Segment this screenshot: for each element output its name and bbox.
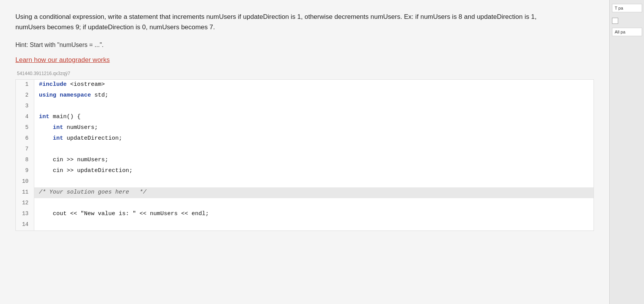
code-content-9[interactable]: cin >> updateDirection; xyxy=(34,166,594,177)
line-number-13: 13 xyxy=(16,209,34,220)
code-line-3: 3 xyxy=(16,101,594,112)
keyword-int-4: int xyxy=(39,114,49,120)
sidebar-top-label: T pa xyxy=(612,4,642,12)
code-content-6[interactable]: int updateDirection; xyxy=(34,134,594,144)
code-content-13[interactable]: cout << "New value is: " << numUsers << … xyxy=(34,209,594,220)
code-content-5[interactable]: int numUsers; xyxy=(34,123,594,134)
line-number-7: 7 xyxy=(16,144,34,155)
file-id: 541440.3911216.qx3zqÿ7 xyxy=(15,71,594,76)
right-sidebar: T pa All pa xyxy=(609,0,644,304)
main-content: Using a conditional expression, write a … xyxy=(0,0,609,304)
line-number-3: 3 xyxy=(16,101,34,112)
sidebar-bottom-label: All pa xyxy=(612,28,642,36)
code-line-14: 14 xyxy=(16,220,594,231)
sidebar-checkbox[interactable] xyxy=(612,18,618,24)
code-editor[interactable]: 1 #include <iostream> 2 using namespace … xyxy=(15,79,594,231)
line-number-14: 14 xyxy=(16,220,34,231)
code-line-10: 10 xyxy=(16,177,594,187)
code-line-9: 9 cin >> updateDirection; xyxy=(16,166,594,177)
keyword-namespace: namespace xyxy=(60,92,91,99)
keyword-int-5: int xyxy=(53,124,63,131)
code-content-12[interactable] xyxy=(34,198,594,209)
line-number-4: 4 xyxy=(16,112,34,123)
code-content-2[interactable]: using namespace std; xyxy=(34,90,594,101)
description-text: Using a conditional expression, write a … xyxy=(15,12,555,32)
code-content-3[interactable] xyxy=(34,101,594,112)
comment-11: /* Your solution goes here */ xyxy=(39,189,146,195)
code-line-6: 6 int updateDirection; xyxy=(16,134,594,144)
line-number-11: 11 xyxy=(16,187,34,198)
code-line-5: 5 int numUsers; xyxy=(16,123,594,134)
code-line-8: 8 cin >> numUsers; xyxy=(16,155,594,166)
code-line-12: 12 xyxy=(16,198,594,209)
line-number-1: 1 xyxy=(16,80,34,90)
code-line-7: 7 xyxy=(16,144,594,155)
code-content-1[interactable]: #include <iostream> xyxy=(34,80,594,90)
code-content-7[interactable] xyxy=(34,144,594,155)
line-number-8: 8 xyxy=(16,155,34,166)
line-number-10: 10 xyxy=(16,177,34,187)
code-content-4[interactable]: int main() { xyxy=(34,112,594,123)
code-content-10[interactable] xyxy=(34,177,594,187)
hint-text: Hint: Start with "numUsers = ...". xyxy=(15,42,594,48)
line-number-5: 5 xyxy=(16,123,34,134)
code-line-2: 2 using namespace std; xyxy=(16,90,594,101)
line-number-12: 12 xyxy=(16,198,34,209)
include-lib: <iostream> xyxy=(70,81,105,88)
code-line-4: 4 int main() { xyxy=(16,112,594,123)
autograder-link[interactable]: Learn how our autograder works xyxy=(15,56,110,64)
code-content-8[interactable]: cin >> numUsers; xyxy=(34,155,594,166)
keyword-include: #include xyxy=(39,81,67,88)
line-number-2: 2 xyxy=(16,90,34,101)
code-line-11[interactable]: 11 /* Your solution goes here */ xyxy=(16,187,594,198)
code-line-1: 1 #include <iostream> xyxy=(16,80,594,90)
code-content-14[interactable] xyxy=(34,220,594,231)
keyword-using: using xyxy=(39,92,56,99)
line-number-9: 9 xyxy=(16,166,34,177)
keyword-int-6: int xyxy=(53,135,63,142)
code-content-11[interactable]: /* Your solution goes here */ xyxy=(34,187,594,198)
line-number-6: 6 xyxy=(16,134,34,144)
code-line-13: 13 cout << "New value is: " << numUsers … xyxy=(16,209,594,220)
